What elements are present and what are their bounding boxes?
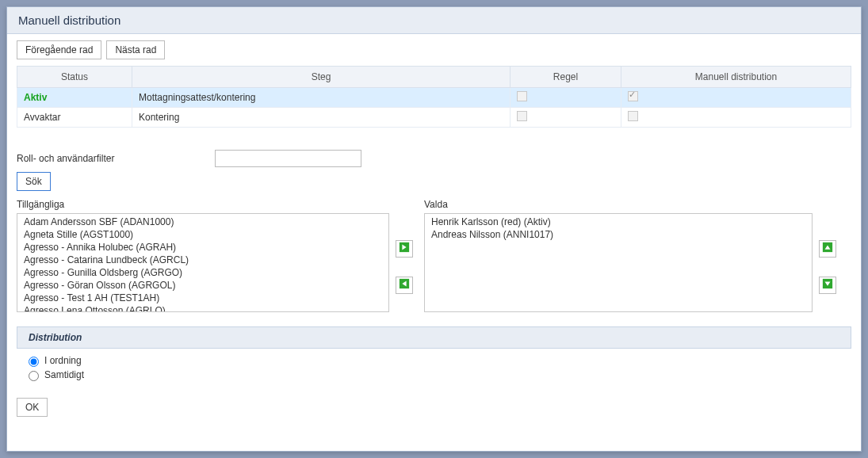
checkbox-icon — [517, 111, 527, 121]
list-item[interactable]: Agneta Stille (AGST1000) — [17, 228, 388, 241]
col-step: Steg — [132, 67, 510, 88]
radio-simul-label[interactable]: Samtidigt — [25, 368, 843, 382]
cell-step: Kontering — [132, 108, 510, 128]
checkbox-icon — [628, 91, 638, 101]
radio-order-label[interactable]: I ordning — [25, 353, 843, 368]
list-item[interactable]: Agresso Lena Ottosson (AGRLO) — [17, 304, 388, 312]
dialog-body: Föregående rad Nästa rad Status Steg Reg… — [7, 34, 861, 451]
table-row[interactable]: AvvaktarKontering — [17, 108, 851, 128]
filter-input[interactable] — [215, 150, 361, 167]
radio-simul-text: Samtidigt — [44, 368, 84, 382]
checkbox-icon — [517, 91, 527, 101]
col-status: Status — [17, 67, 132, 88]
selected-listbox[interactable]: Henrik Karlsson (red) (Aktiv)Andreas Nil… — [424, 213, 813, 312]
filter-row: Roll- och användarfilter — [17, 150, 851, 167]
arrow-down-icon — [822, 278, 833, 292]
list-item[interactable]: Agresso - Annika Holubec (AGRAH) — [17, 241, 388, 254]
radio-order[interactable] — [29, 357, 39, 367]
cell-status: Avvaktar — [17, 108, 132, 128]
arrow-right-icon — [399, 242, 410, 255]
cell-rule — [510, 88, 621, 108]
list-item[interactable]: Adam Andersson SBF (ADAN1000) — [17, 216, 388, 228]
selected-title: Valda — [424, 199, 813, 210]
steps-table: Status Steg Regel Manuell distribution A… — [17, 66, 851, 128]
move-right-button[interactable] — [396, 240, 413, 258]
dialog-title: Manuell distribution — [7, 7, 861, 34]
distribution-section-header: Distribution — [17, 326, 851, 349]
list-item[interactable]: Agresso - Gunilla Oldsberg (AGRGO) — [17, 266, 388, 279]
next-row-button[interactable]: Nästa rad — [106, 40, 165, 59]
available-title: Tillgängliga — [17, 199, 389, 210]
row-nav: Föregående rad Nästa rad — [17, 40, 851, 59]
list-item[interactable]: Henrik Karlsson (red) (Aktiv) — [425, 216, 812, 228]
distribution-radios: I ordning Samtidigt — [17, 349, 851, 387]
list-item[interactable]: Agresso - Test 1 AH (TEST1AH) — [17, 292, 388, 304]
ok-button[interactable]: OK — [17, 398, 48, 417]
radio-simul[interactable] — [29, 371, 39, 381]
list-item[interactable]: Agresso - Catarina Lundbeck (AGRCL) — [17, 254, 388, 266]
available-listbox[interactable]: Adam Andersson SBF (ADAN1000)Agneta Stil… — [17, 213, 389, 312]
manual-distribution-dialog: Manuell distribution Föregående rad Näst… — [6, 6, 862, 452]
col-rule: Regel — [510, 67, 621, 88]
cell-status: Aktiv — [17, 88, 132, 108]
list-item[interactable]: Andreas Nilsson (ANNI1017) — [425, 228, 812, 241]
table-header-row: Status Steg Regel Manuell distribution — [17, 67, 851, 88]
arrow-left-icon — [399, 278, 410, 292]
table-row[interactable]: AktivMottagningsattest/kontering — [17, 88, 851, 108]
radio-order-text: I ordning — [44, 353, 82, 368]
cell-mandist — [621, 108, 851, 128]
move-down-button[interactable] — [819, 277, 836, 294]
dual-list: Tillgängliga Adam Andersson SBF (ADAN100… — [17, 199, 851, 312]
cell-step: Mottagningsattest/kontering — [132, 88, 510, 108]
prev-row-button[interactable]: Föregående rad — [17, 40, 101, 59]
move-up-button[interactable] — [819, 240, 836, 258]
search-button[interactable]: Sök — [17, 172, 51, 191]
list-item[interactable]: Agresso - Göran Olsson (AGRGOL) — [17, 279, 388, 292]
cell-rule — [510, 108, 621, 128]
cell-mandist — [621, 88, 851, 108]
checkbox-icon — [628, 111, 638, 121]
col-mandist: Manuell distribution — [621, 67, 851, 88]
filter-label: Roll- och användarfilter — [17, 153, 205, 164]
move-left-button[interactable] — [396, 277, 413, 294]
arrow-up-icon — [822, 242, 833, 255]
